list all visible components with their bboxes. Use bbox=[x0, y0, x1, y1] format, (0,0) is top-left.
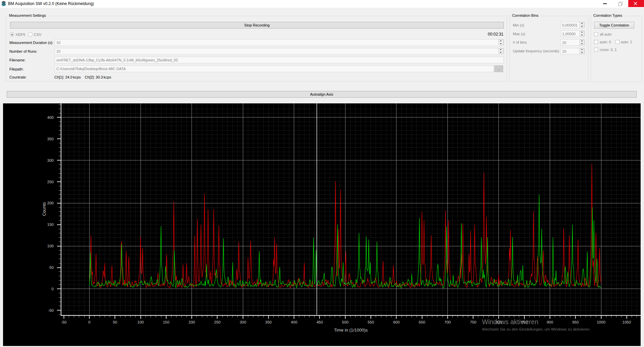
svg-text:Wechseln Sie zu den Einstellun: Wechseln Sie zu den Einstellungen, um Wi… bbox=[482, 327, 590, 331]
svg-text:500: 500 bbox=[342, 320, 348, 324]
svg-text:250: 250 bbox=[214, 320, 220, 324]
svg-text:200: 200 bbox=[189, 320, 195, 324]
svg-text:50: 50 bbox=[49, 265, 54, 269]
svg-text:400: 400 bbox=[291, 320, 297, 324]
svg-text:700: 700 bbox=[444, 320, 451, 324]
svg-text:300: 300 bbox=[47, 158, 54, 162]
svg-text:450: 450 bbox=[316, 320, 323, 324]
svg-text:300: 300 bbox=[240, 320, 246, 324]
svg-text:Counts: Counts bbox=[42, 202, 47, 216]
svg-text:-50: -50 bbox=[48, 308, 54, 312]
svg-text:950: 950 bbox=[572, 320, 579, 324]
svg-text:1000: 1000 bbox=[597, 320, 605, 324]
svg-text:350: 350 bbox=[47, 137, 54, 141]
svg-text:250: 250 bbox=[47, 180, 54, 184]
svg-text:550: 550 bbox=[368, 320, 374, 324]
svg-text:50: 50 bbox=[113, 320, 117, 324]
svg-text:Time in (1/1000)s: Time in (1/1000)s bbox=[334, 328, 368, 333]
svg-text:900: 900 bbox=[547, 320, 553, 324]
svg-text:200: 200 bbox=[47, 201, 54, 205]
svg-text:0: 0 bbox=[52, 287, 54, 291]
svg-text:400: 400 bbox=[47, 115, 54, 119]
svg-text:-50: -50 bbox=[61, 320, 67, 324]
svg-text:150: 150 bbox=[47, 222, 54, 227]
svg-text:100: 100 bbox=[47, 244, 54, 248]
svg-text:Windows aktivieren: Windows aktivieren bbox=[482, 318, 538, 326]
svg-text:750: 750 bbox=[470, 320, 476, 324]
svg-text:150: 150 bbox=[163, 320, 169, 324]
svg-text:350: 350 bbox=[265, 320, 272, 324]
svg-text:1050: 1050 bbox=[623, 320, 631, 324]
svg-text:650: 650 bbox=[419, 320, 425, 324]
svg-text:100: 100 bbox=[138, 320, 144, 324]
svg-text:0: 0 bbox=[88, 320, 90, 324]
svg-text:600: 600 bbox=[393, 320, 399, 324]
